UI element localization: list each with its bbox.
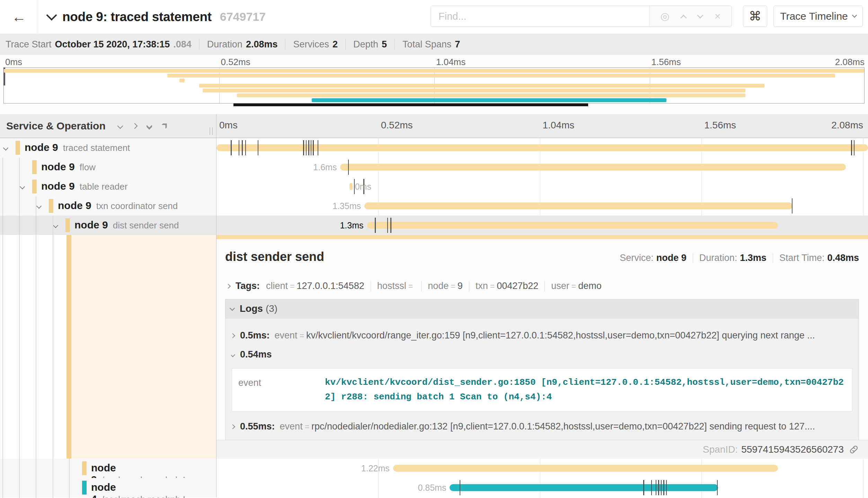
chevron-down-icon	[231, 352, 235, 357]
prev-match-icon[interactable]	[681, 15, 687, 21]
span-id-value: 5597415943526560273	[741, 444, 844, 455]
log-entry[interactable]: 0.55ms:event=rpc/nodedialer/nodedialer.g…	[231, 421, 853, 432]
span-row[interactable]: node 9/cockroach.roachpb.I...1.22ms	[0, 459, 868, 478]
minimap-span-bar	[199, 84, 764, 88]
collapse-trace-chevron-icon[interactable]	[46, 10, 57, 20]
span-row[interactable]: node 4/cockroach.roachpb.I...0.85ms	[0, 478, 868, 497]
keyboard-shortcuts-button[interactable]: ⌘	[743, 6, 767, 27]
summary-value: 2.08ms	[246, 39, 278, 50]
find-group: ◎ ×	[431, 6, 732, 27]
span-row-sidebar[interactable]: node 9table reader	[0, 177, 216, 196]
clear-find-icon[interactable]: ×	[715, 11, 721, 21]
span-operation-name: dist sender send	[113, 220, 179, 230]
span-tree-chevron-icon[interactable]	[4, 145, 8, 151]
span-bar[interactable]	[367, 222, 778, 229]
meta-label: Service:	[620, 253, 654, 263]
log-marker	[651, 480, 652, 495]
summary-value-suffix: .084	[173, 39, 192, 50]
log-entry[interactable]: 0.5ms:event=kv/kvclient/kvcoord/range_it…	[231, 330, 853, 341]
span-row[interactable]: node 9traced statement	[0, 138, 868, 157]
span-bar[interactable]	[340, 164, 846, 171]
span-bar[interactable]	[450, 484, 718, 491]
minimap-scrubber[interactable]	[233, 103, 588, 106]
span-id-label: SpanID:	[703, 444, 738, 455]
span-row-track[interactable]: 1.3ms	[216, 216, 868, 235]
log-marker	[851, 140, 852, 155]
tag-key: user	[551, 281, 569, 291]
span-bar[interactable]	[364, 202, 792, 209]
trace-view-dropdown[interactable]: Trace Timeline	[773, 6, 863, 27]
expand-one-icon[interactable]	[132, 123, 138, 129]
summary-label: Duration	[207, 39, 242, 50]
page-title: node 9: traced statement	[62, 10, 212, 24]
span-row[interactable]: node 9txn coordinator send1.35ms	[0, 196, 868, 216]
span-row-sidebar[interactable]: node 4/cockroach.roachpb.I...	[0, 478, 216, 497]
expand-all-icon[interactable]	[161, 123, 168, 129]
span-color-accent	[49, 199, 53, 213]
span-row[interactable]: node 9table reader0ms	[0, 177, 868, 196]
tag-key: txn	[476, 281, 488, 291]
collapse-all-icon[interactable]	[117, 123, 123, 129]
span-bar[interactable]	[216, 144, 868, 151]
chevron-right-icon	[231, 333, 235, 338]
log-marker	[387, 218, 388, 233]
chevron-down-icon	[230, 305, 235, 311]
span-bar[interactable]	[393, 465, 778, 472]
span-color-accent	[16, 141, 20, 155]
span-row[interactable]: node 9dist sender send1.3ms	[0, 216, 868, 235]
summary-value: 5	[382, 39, 387, 50]
log-detail-table: eventkv/kvclient/kvcoord/dist_sender.go:…	[232, 368, 852, 411]
log-marker	[348, 160, 349, 175]
tag-item: user=demo	[551, 281, 602, 291]
span-duration-label: 0.85ms	[418, 483, 446, 493]
span-row-sidebar[interactable]: node 9/cockroach.roachpb.I...	[0, 459, 216, 478]
top-bar: ← node 9: traced statement 6749717 ◎ × ⌘…	[0, 0, 868, 34]
span-row-sidebar[interactable]: node 9flow	[0, 157, 216, 177]
axis-tick-label: 0.52ms	[381, 120, 413, 131]
log-marker	[663, 480, 664, 495]
span-tree-chevron-icon[interactable]	[37, 203, 41, 209]
span-duration-label: 1.22ms	[361, 463, 390, 473]
timeline-header: Service & Operation 0ms0.52ms1.04ms1.56m…	[0, 114, 868, 138]
log-entry[interactable]: 0.54ms	[231, 349, 853, 360]
tag-item: txn=00427b22	[476, 281, 539, 291]
log-timestamp: 0.54ms	[240, 349, 272, 360]
span-tree-chevron-icon[interactable]	[20, 184, 24, 190]
next-match-icon[interactable]	[697, 12, 703, 18]
axis-tick-label: 2.08ms	[831, 120, 863, 131]
axis-tick-label: 1.56ms	[704, 120, 736, 131]
meta-value: 1.3ms	[740, 253, 767, 263]
span-row-track[interactable]	[216, 138, 868, 157]
span-tree-chevron-icon[interactable]	[54, 223, 57, 229]
span-row-sidebar[interactable]: node 9txn coordinator send	[0, 196, 216, 216]
span-row-sidebar[interactable]: node 9traced statement	[0, 138, 216, 157]
span-row-track[interactable]: 1.22ms	[216, 459, 868, 478]
minimap-canvas[interactable]	[3, 67, 865, 103]
find-input[interactable]	[431, 6, 649, 27]
tags-row[interactable]: Tags:client=127.0.0.1:54582hostssl=node=…	[225, 281, 859, 291]
span-row-track[interactable]: 1.35ms	[216, 196, 868, 216]
logs-header[interactable]: Logs(3)	[225, 299, 859, 318]
find-controls: ◎ ×	[649, 6, 732, 27]
tag-value: 127.0.0.1:54582	[296, 281, 364, 291]
collapse-deep-icon[interactable]	[147, 124, 151, 129]
log-marker	[717, 480, 718, 495]
span-detail-highlight	[71, 235, 216, 459]
separator	[285, 39, 285, 49]
column-resizer[interactable]	[210, 127, 213, 135]
span-row-track[interactable]: 0ms	[216, 177, 868, 196]
log-marker	[854, 140, 855, 155]
log-marker	[303, 140, 304, 155]
span-bar[interactable]	[349, 183, 353, 190]
log-marker	[792, 198, 793, 214]
span-row[interactable]: node 9flow1.6ms	[0, 157, 868, 177]
back-button[interactable]: ←	[0, 0, 38, 34]
span-row-track[interactable]: 0.85ms	[216, 478, 868, 497]
locate-icon[interactable]: ◎	[660, 11, 669, 21]
log-marker	[390, 218, 391, 233]
log-timestamp: 0.55ms:	[240, 421, 275, 432]
span-row-sidebar[interactable]: node 9dist sender send	[0, 216, 216, 235]
separator	[469, 281, 469, 291]
link-icon[interactable]	[849, 444, 859, 455]
span-row-track[interactable]: 1.6ms	[216, 157, 868, 177]
